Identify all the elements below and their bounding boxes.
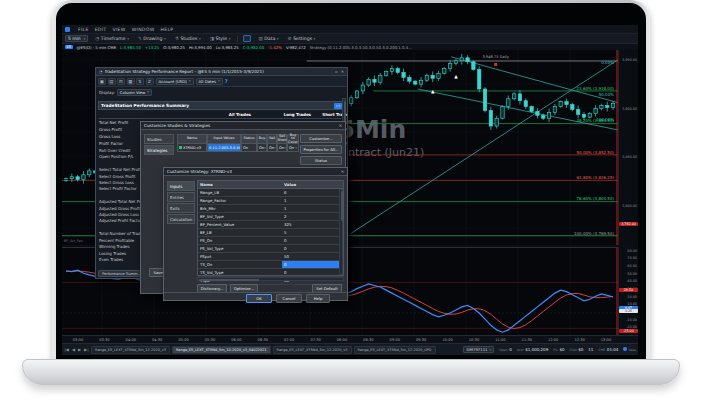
report-titlebar[interactable]: ◔ TradeStation Strategy Performance Repo…: [96, 68, 347, 76]
strategy-dialog-titlebar[interactable]: Customize Strategy: XTRND-v3 ✕: [164, 168, 347, 176]
ok-button[interactable]: OK: [246, 294, 272, 303]
time-axis-label: 10:30: [462, 338, 486, 342]
oscillator-axis[interactable]: 80.0070.0060.0050.0040.0030.0020.0010.00…: [618, 247, 638, 335]
sort-icon[interactable]: ⇅: [136, 78, 144, 85]
on-off-dropdown[interactable]: On▾: [277, 144, 287, 152]
oscillator-axis-label: -10.00: [626, 318, 637, 322]
customize-strategy-dialog[interactable]: Customize Strategy: XTRND-v3 ✕ InputsEnt…: [163, 167, 348, 301]
print-icon[interactable]: ▤: [108, 78, 116, 85]
time-axis-label: 07:00: [277, 338, 301, 342]
menu-item-file[interactable]: FILE: [78, 27, 89, 32]
tab-nav-arrow[interactable]: ▶|: [84, 347, 89, 352]
workspace-tab[interactable]: Range_ES_LEXT_XTRNd_5m_12-2020_UPD: [354, 346, 436, 354]
strategy-tab-calculation[interactable]: Calculation: [167, 214, 195, 224]
params-hscrollbar[interactable]: [197, 277, 344, 281]
workspace-tab[interactable]: Range_ES_LEXT_XTRNd_5m_12-2020_v3: [273, 346, 352, 354]
studies-dialog-titlebar[interactable]: Customize Studies & Strategies ✕: [141, 122, 345, 130]
param-row[interactable]: BF_LB5: [198, 229, 343, 237]
account-select[interactable]: SIM797111▾: [463, 346, 494, 353]
toolbar-button-style[interactable]: ◨Style▾: [208, 35, 233, 42]
on-off-dropdown[interactable]: On▾: [267, 144, 277, 152]
header-nav-chip[interactable]: ‹ ›: [334, 103, 342, 109]
toolbar-button-studies[interactable]: ⚗Studies▾: [173, 35, 203, 42]
on-off-dropdown[interactable]: On▾: [287, 144, 299, 152]
strategy-tab-entries[interactable]: Entries: [167, 192, 195, 202]
tab-nav-arrow[interactable]: ◀: [71, 347, 75, 352]
help-button[interactable]: Help: [306, 294, 330, 303]
workspace-tab[interactable]: Range_ES_LEXT_XTRNd_5m_10-2020_v3_040220…: [172, 346, 271, 354]
tab-nav-arrow[interactable]: ▶: [78, 347, 82, 352]
param-row[interactable]: Brk_Mkr1: [198, 205, 343, 213]
help-icon[interactable]: ?: [225, 78, 228, 84]
status-field-label: Cost: [570, 348, 577, 352]
param-row[interactable]: TS_On0: [198, 261, 343, 269]
account-dropdown[interactable]: Account (USD)▾: [156, 78, 194, 85]
toolbar-button-timeframe[interactable]: ◔Timeframe▾: [93, 35, 131, 42]
toolbar-button-label: Data: [264, 36, 275, 41]
strategy-name-cell[interactable]: XTRND-v3: [177, 144, 207, 152]
report-bottom-tab[interactable]: Performance Summ...: [98, 270, 145, 277]
time-axis-label: 11:30: [515, 338, 539, 342]
status-field-label: CME: [598, 348, 605, 352]
price-axis-label: 3,850.00: [622, 155, 637, 159]
status-button[interactable]: Status: [300, 156, 342, 165]
status-field: P/L$0: [553, 347, 564, 352]
minimize-icon[interactable]: ▫: [335, 69, 338, 74]
strategy-tab-inputs[interactable]: Inputs: [167, 181, 195, 191]
dialog-tab-strategies[interactable]: Strategies: [144, 145, 174, 155]
chart-type-button[interactable]: [243, 35, 251, 42]
grid-column-header: Sell: [267, 134, 277, 144]
cancel-button[interactable]: Cancel: [276, 294, 302, 303]
close-icon[interactable]: ✕: [341, 69, 344, 74]
param-row[interactable]: PS_On0: [198, 237, 343, 245]
menu-item-help[interactable]: HELP: [160, 27, 173, 32]
svg-text:100.00% (3,769.50): 100.00% (3,769.50): [574, 231, 614, 236]
bottom-bar: |◀◀▶▶|Range_ES_LEXT_XTRNd_5m_12-2020_v3R…: [62, 343, 638, 355]
status-cell[interactable]: On: [241, 144, 257, 152]
close-icon[interactable]: ✕: [339, 123, 342, 128]
param-row[interactable]: PS_Vol_Type0: [198, 245, 343, 253]
input-values-cell[interactable]: 0.11.2.005.3.0.50.3.0.5: [207, 144, 241, 152]
chevron-down-icon: ▾: [314, 37, 316, 41]
on-off-dropdown[interactable]: On▾: [257, 144, 267, 152]
param-row[interactable]: TS_Vol_Type0: [198, 269, 343, 277]
studies-dialog-title: Customize Studies & Strategies: [144, 123, 210, 128]
time-axis-label: 06:00: [224, 338, 248, 342]
interval-select[interactable]: 5 min▾: [65, 35, 88, 42]
param-row[interactable]: BF_Vol_Type2: [198, 213, 343, 221]
toolbar-button-drawing[interactable]: ✎Drawing▾: [136, 35, 168, 42]
toolbar-button-settings[interactable]: ⚙Settings▾: [286, 35, 318, 42]
tab-nav-arrow[interactable]: |◀: [64, 347, 69, 352]
properties-for-all--button[interactable]: Properties for All...: [300, 145, 342, 154]
filter-icon[interactable]: ⇵: [146, 78, 154, 85]
grid-column-header: Buy to Cover: [287, 134, 299, 144]
toolbar-button-data[interactable]: ▥Data▾: [256, 35, 280, 42]
workspace-tab[interactable]: Range_ES_LEXT_XTRNd_5m_12-2020_v3: [91, 346, 170, 354]
param-row[interactable]: PSpot50: [198, 253, 343, 261]
param-row[interactable]: Range_LB6: [198, 189, 343, 197]
save-icon[interactable]: ▣: [98, 78, 106, 85]
report-title: TradeStation Strategy Performance Report…: [105, 69, 264, 74]
dialog-tab-studies[interactable]: Studies: [144, 134, 174, 144]
grid-icon[interactable]: ▦: [127, 78, 135, 85]
param-name: BF_Vol_Type: [198, 213, 282, 220]
display-label: Display:: [99, 90, 115, 95]
close-icon[interactable]: ✕: [341, 169, 344, 174]
report-toolbar: ▣▤⊟▦⇅⇵ Account (USD)▾ All Dates▾ ?: [96, 76, 347, 87]
display-view-select[interactable]: Column View▾: [117, 89, 152, 96]
price-axis[interactable]: 3,950.003,900.003,850.003,800.003,782.00: [618, 50, 638, 245]
customize--button[interactable]: Customize...: [300, 134, 342, 143]
strategy-tab-exits[interactable]: Exits: [167, 203, 195, 213]
menu-item-view[interactable]: VIEW: [112, 27, 125, 32]
dates-dropdown[interactable]: All Dates▾: [196, 78, 223, 85]
oscillator-axis-label: 70.00: [627, 256, 637, 260]
params-scrollbar[interactable]: [339, 189, 343, 275]
copy-icon[interactable]: ⊟: [117, 78, 125, 85]
param-row[interactable]: Range_Factor1: [198, 197, 343, 205]
flask-icon: ⚗: [175, 36, 179, 41]
param-row[interactable]: BF_Percent_Value325: [198, 221, 343, 229]
svg-text:61.80% (3,826.25): 61.80% (3,826.25): [577, 175, 615, 180]
quote-field: V:982,472: [286, 45, 306, 50]
menu-item-edit[interactable]: EDIT: [95, 27, 107, 32]
menu-item-window[interactable]: WINDOW: [132, 27, 155, 32]
